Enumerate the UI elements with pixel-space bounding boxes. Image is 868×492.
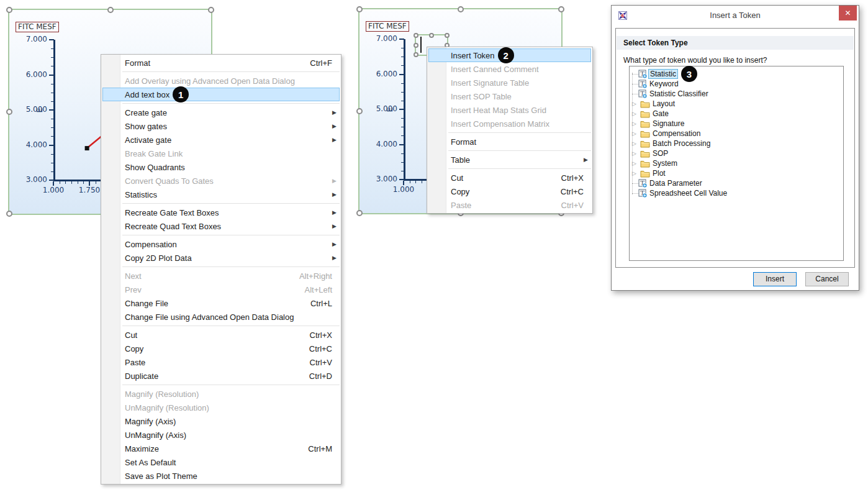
expand-arrow-icon: ▷ [632,170,640,176]
menu-item-label: Insert SOP Table [451,92,512,101]
menu-item-cut[interactable]: CutCtrl+X [427,171,592,184]
folder-icon [640,100,650,108]
menu-separator [448,150,591,151]
menu-item-copy[interactable]: CopyCtrl+C [427,184,592,198]
menu-item-format[interactable]: Format [427,135,592,148]
selection-handle[interactable] [558,6,564,12]
tree-item-data-parameter[interactable]: TData Parameter [630,178,843,188]
tree-item-gate[interactable]: ▷Gate [630,109,843,119]
selection-handle[interactable] [208,7,214,13]
menu-item-content: Insert Token2 [451,47,514,63]
tree-item-plot[interactable]: ▷Plot [630,168,843,178]
menu-item-recreate-quad-text-boxes[interactable]: Recreate Quad Text Boxes▶ [101,219,341,233]
menu-item-magnify-resolution: Magnify (Resolution) [101,387,341,401]
menu-item-paste[interactable]: PasteCtrl+V [101,355,341,369]
menu-item-content: Duplicate [125,371,158,381]
menu-item-add-text-box[interactable]: Add text box1 [102,88,340,101]
menu-item-change-file-using-advanced-open-data-dialog[interactable]: Change File using Advanced Open Data Dia… [101,310,341,324]
menu-item-label: Set As Default [125,458,176,467]
menu-item-label: Compensation [125,240,177,249]
menu-item-content: Show gates [125,122,167,131]
selection-handle[interactable] [107,7,114,13]
tree-item-label: SOP [653,149,668,158]
menu-item-show-gates[interactable]: Show gates▶ [101,119,341,133]
submenu-arrow-icon: ▶ [332,223,337,229]
tree-item-statistic-classifier[interactable]: TStatistic Classifier [630,89,843,99]
close-icon: ✕ [844,9,851,17]
menu-item-copy[interactable]: CopyCtrl+C [101,342,341,355]
menu-item-activate-gate[interactable]: Activate gate▶ [101,133,341,147]
menu-item-label: Insert Token [451,51,495,60]
tree-item-sop[interactable]: ▷SOP [630,148,843,158]
selection-handle[interactable] [6,109,12,115]
menu-item-content: Paste [125,358,145,367]
menu-item-label: Next [125,271,142,281]
tree-item-spreadsheet-cell-value[interactable]: TSpreadsheet Cell Value [630,188,843,198]
menu-item-insert-token[interactable]: Insert Token2 [428,48,591,62]
submenu-arrow-icon: ▶ [332,178,337,184]
menu-shortcut: Ctrl+X [310,330,332,340]
y-minor-tick [401,83,404,84]
menu-item-label: Duplicate [125,371,158,381]
menu-shortcut: Ctrl+L [310,299,332,308]
tree-item-statistic[interactable]: TStatistic3 [630,69,843,79]
menu-item-label: UnMagnify (Axis) [125,430,186,440]
menu-separator [448,132,591,133]
tree-item-keyword[interactable]: TKeyword [630,79,843,89]
menu-item-add-overlay-using-advanced-open-data-dialog: Add Overlay using Advanced Open Data Dia… [101,74,341,88]
cancel-button[interactable]: Cancel [805,272,849,286]
menu-item-maximize[interactable]: MaximizeCtrl+M [101,442,341,455]
menu-separator [122,103,340,104]
selection-handle[interactable] [445,33,450,38]
menu-item-content: Insert Compensation Matrix [451,119,549,129]
tree-item-batch-processing[interactable]: ▷Batch Processing [630,139,843,148]
tree-item-compensation[interactable]: ▷Compensation [630,129,843,139]
selection-handle[interactable] [429,33,434,38]
menu-item-create-gate[interactable]: Create gate▶ [101,106,341,119]
selection-handle[interactable] [356,6,363,12]
close-button[interactable]: ✕ [839,6,857,20]
menu-item-content: Insert SOP Table [451,92,512,101]
menu-item-format[interactable]: FormatCtrl+F [101,56,341,70]
menu-shortcut: Ctrl+D [309,371,332,381]
menu-item-cut[interactable]: CutCtrl+X [101,328,341,342]
folder-icon [640,120,650,128]
x-minor-tick [415,181,416,183]
tree-item-layout[interactable]: ▷Layout [630,99,843,109]
selection-handle[interactable] [356,210,363,216]
selection-handle[interactable] [458,6,464,12]
menu-item-table[interactable]: Table▶ [427,153,592,166]
menu-item-recreate-gate-text-boxes[interactable]: Recreate Gate Text Boxes▶ [101,206,341,219]
menu-item-unmagnify-axis[interactable]: UnMagnify (Axis) [101,428,341,442]
selection-handle[interactable] [356,108,363,114]
menu-item-show-quadrants[interactable]: Show Quadrants [101,160,341,174]
menu-item-magnify-axis[interactable]: Magnify (Axis) [101,414,341,428]
y-minor-tick [401,135,404,136]
expand-arrow-icon: ▷ [632,121,640,127]
y-tick-label: 5.000 [363,104,397,113]
menu-item-duplicate[interactable]: DuplicateCtrl+D [101,369,341,383]
selection-handle[interactable] [6,211,12,217]
x-minor-tick [410,181,410,183]
menu-item-content: Change File using Advanced Open Data Dia… [125,312,294,322]
menu-item-save-as-plot-theme[interactable]: Save as Plot Theme [101,469,341,483]
menu-item-label: Magnify (Axis) [125,417,176,426]
insert-button[interactable]: Insert [753,272,797,286]
menu-item-change-file[interactable]: Change FileCtrl+L [101,296,341,310]
y-tick-label: 7.000 [363,34,397,43]
selection-handle[interactable] [414,33,418,38]
menu-item-compensation[interactable]: Compensation▶ [101,237,341,251]
tree-item-signature[interactable]: ▷Signature [630,119,843,129]
expand-arrow-icon: ▷ [632,111,640,117]
selection-handle[interactable] [6,7,12,13]
menu-item-statistics[interactable]: Statistics▶ [101,188,341,201]
tree-item-system[interactable]: ▷System [630,158,843,168]
menu-item-content: Table [451,155,470,165]
menu-item-set-as-default[interactable]: Set As Default [101,455,341,469]
y-tick-mark [399,74,404,75]
selection-handle[interactable] [414,43,418,48]
selection-handle[interactable] [414,52,418,57]
menu-item-copy-2d-plot-data[interactable]: Copy 2D Plot Data▶ [101,251,341,265]
menu-separator [122,385,340,385]
dialog-titlebar[interactable]: 6 Insert a Token ✕ [612,6,859,27]
